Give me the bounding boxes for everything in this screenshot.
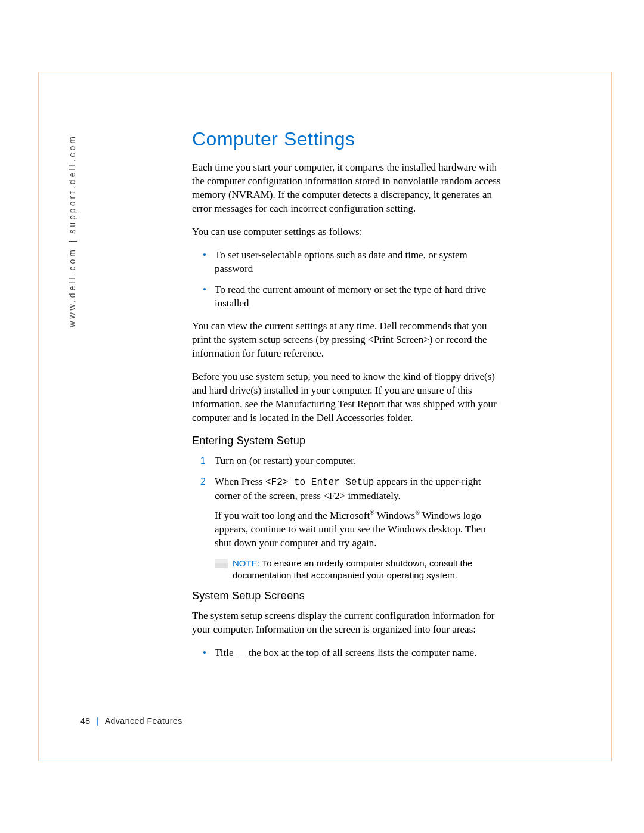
subheading-setup-screens: System Setup Screens — [192, 590, 505, 602]
note-icon — [215, 559, 228, 568]
step-text: Turn on (or restart) your computer. — [215, 455, 356, 466]
step-number: 1 — [200, 454, 206, 467]
setup-screens-bullets: Title — the box at the top of all screen… — [192, 646, 505, 660]
step-text-mono: <F2> to Enter Setup — [265, 477, 374, 488]
page-number: 48 — [80, 716, 91, 726]
para-view-settings: You can view the current settings at any… — [192, 320, 505, 361]
bullet-item: To set user-selectable options such as d… — [192, 249, 505, 276]
bullet-item: To read the current amount of memory or … — [192, 283, 505, 311]
setup-screens-para: The system setup screens display the cur… — [192, 609, 505, 637]
note-label: NOTE: — [233, 558, 262, 568]
intro-para-1: Each time you start your computer, it co… — [192, 161, 505, 216]
intro-para-2: You can use computer settings as follows… — [192, 225, 505, 239]
main-content: Computer Settings Each time you start yo… — [192, 128, 505, 670]
step-item: 1 Turn on (or restart) your computer. — [192, 454, 505, 468]
setup-steps: 1 Turn on (or restart) your computer. 2 … — [192, 454, 505, 581]
subpara-part: If you wait too long and the Microsoft — [215, 510, 370, 521]
page-heading: Computer Settings — [192, 128, 505, 150]
para-before-setup: Before you use system setup, you need to… — [192, 370, 505, 425]
subpara-part: Windows — [374, 510, 415, 521]
bullet-item: Title — the box at the top of all screen… — [192, 646, 505, 660]
step-text-part: When Press — [215, 476, 265, 487]
step-item: 2 When Press <F2> to Enter Setup appears… — [192, 475, 505, 582]
note-block: NOTE: To ensure an orderly computer shut… — [215, 558, 505, 582]
page-footer: 48 | Advanced Features — [80, 716, 182, 726]
subheading-entering-setup: Entering System Setup — [192, 435, 505, 447]
note-text: To ensure an orderly computer shutdown, … — [233, 558, 472, 580]
usage-bullets: To set user-selectable options such as d… — [192, 249, 505, 311]
step-subpara: If you wait too long and the Microsoft® … — [215, 509, 505, 550]
footer-section-name: Advanced Features — [105, 716, 182, 726]
registered-mark-icon: ® — [415, 509, 420, 516]
sidebar-url: www.dell.com | support.dell.com — [67, 134, 77, 327]
footer-separator-icon: | — [97, 716, 99, 726]
step-number: 2 — [200, 475, 206, 488]
registered-mark-icon: ® — [370, 509, 374, 516]
